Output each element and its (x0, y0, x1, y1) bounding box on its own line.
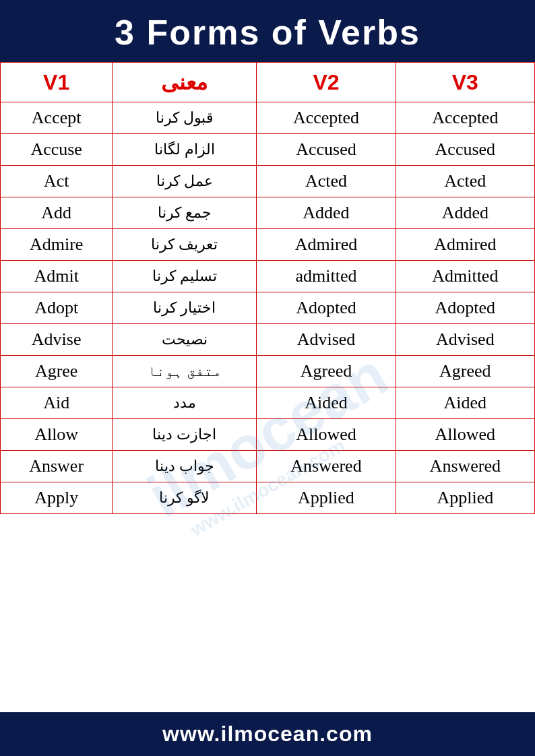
page-header: 3 Forms of Verbs (0, 0, 535, 62)
col-header-v3: V3 (396, 63, 534, 102)
cell-v3: Advised (396, 324, 534, 356)
table-row: Admireتعریف کرناAdmiredAdmired (1, 229, 535, 261)
cell-v1: Accept (1, 102, 113, 134)
cell-maani: مدد (113, 387, 257, 419)
table-row: AidمددAidedAided (1, 387, 535, 419)
cell-v2: Advised (257, 324, 396, 356)
cell-maani: الزام لگانا (113, 134, 257, 166)
cell-maani: اختیار کرنا (113, 292, 257, 324)
cell-maani: عمل کرنا (113, 166, 257, 197)
cell-v3: Admired (396, 229, 534, 261)
table-row: Acceptقبول کرناAcceptedAccepted (1, 102, 535, 134)
cell-v1: Admit (1, 261, 113, 292)
cell-v2: Answered (257, 451, 396, 482)
col-header-v1: V1 (1, 63, 113, 102)
table-row: Allowاجازت دیناAllowedAllowed (1, 419, 535, 451)
cell-v2: Aided (257, 387, 396, 419)
cell-v1: Accuse (1, 134, 113, 166)
cell-v2: Accused (257, 134, 396, 166)
cell-v1: Adopt (1, 292, 113, 324)
table-row: Adoptاختیار کرناAdoptedAdopted (1, 292, 535, 324)
cell-v2: admitted (257, 261, 396, 292)
cell-v3: Admitted (396, 261, 534, 292)
cell-v3: Applied (396, 482, 534, 514)
table-row: Addجمع کرناAddedAdded (1, 197, 535, 229)
cell-v1: Advise (1, 324, 113, 356)
cell-v2: Adopted (257, 292, 396, 324)
cell-v2: Added (257, 197, 396, 229)
cell-v2: Agreed (257, 356, 396, 387)
cell-v3: Accepted (396, 102, 534, 134)
table-row: Agreeمتفق ہوناAgreedAgreed (1, 356, 535, 387)
table-header-row: V1 معنی V2 V3 (1, 63, 535, 102)
cell-v1: Act (1, 166, 113, 197)
col-header-maani: معنی (113, 63, 257, 102)
cell-v2: Admired (257, 229, 396, 261)
cell-maani: تسلیم کرنا (113, 261, 257, 292)
col-header-v2: V2 (257, 63, 396, 102)
page-footer: www.ilmocean.com (0, 712, 535, 756)
cell-v3: Agreed (396, 356, 534, 387)
table-row: Accuseالزام لگاناAccusedAccused (1, 134, 535, 166)
cell-maani: قبول کرنا (113, 102, 257, 134)
cell-maani: جواب دینا (113, 451, 257, 482)
cell-maani: تعریف کرنا (113, 229, 257, 261)
cell-v2: Acted (257, 166, 396, 197)
table-row: Applyلاگو کرناAppliedApplied (1, 482, 535, 514)
cell-maani: جمع کرنا (113, 197, 257, 229)
cell-v2: Accepted (257, 102, 396, 134)
page-title: 3 Forms of Verbs (115, 12, 420, 53)
table-container: V1 معنی V2 V3 Acceptقبول کرناAcceptedAcc… (0, 62, 535, 712)
cell-v1: Answer (1, 451, 113, 482)
cell-maani: لاگو کرنا (113, 482, 257, 514)
table-row: Admitتسلیم کرناadmittedAdmitted (1, 261, 535, 292)
cell-maani: متفق ہونا (113, 356, 257, 387)
cell-v1: Apply (1, 482, 113, 514)
footer-url: www.ilmocean.com (162, 722, 373, 747)
cell-v3: Acted (396, 166, 534, 197)
table-row: AdviseنصیحتAdvisedAdvised (1, 324, 535, 356)
cell-v3: Allowed (396, 419, 534, 451)
page-wrapper: ilmocean www.ilmocean.com V1 معنی V2 V3 … (0, 62, 535, 712)
table-row: Actعمل کرناActedActed (1, 166, 535, 197)
cell-v1: Admire (1, 229, 113, 261)
cell-v1: Agree (1, 356, 113, 387)
cell-v3: Aided (396, 387, 534, 419)
cell-v3: Answered (396, 451, 534, 482)
cell-v1: Aid (1, 387, 113, 419)
cell-v3: Added (396, 197, 534, 229)
cell-v2: Allowed (257, 419, 396, 451)
cell-v1: Allow (1, 419, 113, 451)
cell-maani: نصیحت (113, 324, 257, 356)
cell-v2: Applied (257, 482, 396, 514)
cell-v3: Adopted (396, 292, 534, 324)
cell-maani: اجازت دینا (113, 419, 257, 451)
verbs-table: V1 معنی V2 V3 Acceptقبول کرناAcceptedAcc… (0, 62, 535, 514)
cell-v1: Add (1, 197, 113, 229)
table-row: Answerجواب دیناAnsweredAnswered (1, 451, 535, 482)
cell-v3: Accused (396, 134, 534, 166)
